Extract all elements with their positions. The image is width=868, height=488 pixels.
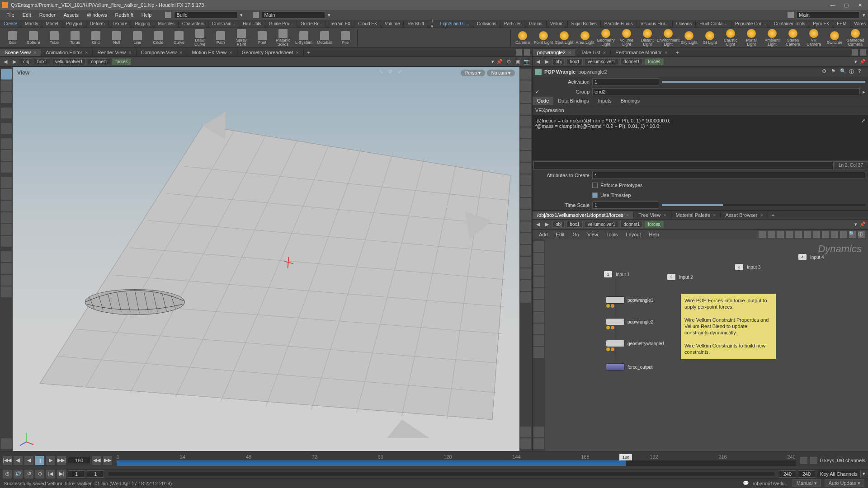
- crumb[interactable]: forces: [645, 221, 663, 228]
- step-back-button[interactable]: ◀◀: [92, 456, 101, 465]
- shelf-tab[interactable]: Guide Br...: [297, 21, 326, 27]
- panetab-compview[interactable]: Composite View×: [137, 49, 188, 56]
- tool-file[interactable]: File: [335, 29, 355, 47]
- snap-xform-icon[interactable]: ⤡: [379, 69, 383, 75]
- activation-input[interactable]: [592, 78, 659, 85]
- disp-icon[interactable]: [520, 104, 531, 115]
- teacup-icon[interactable]: [1, 438, 12, 449]
- maximize-button[interactable]: ▢: [840, 1, 853, 9]
- node-geometrywrangle1[interactable]: geometrywrangle1: [606, 340, 665, 347]
- tool-platonic[interactable]: Platonic Solids: [273, 29, 293, 47]
- panetab-treeview[interactable]: Tree View×: [634, 211, 671, 219]
- net-tool-icon[interactable]: [813, 231, 820, 238]
- tool-stereocam[interactable]: Stereo Camera: [783, 29, 803, 47]
- net-lt-icon[interactable]: [533, 265, 544, 276]
- arrow-tool-icon[interactable]: [1, 108, 12, 118]
- render-icon[interactable]: ▣: [514, 58, 521, 66]
- gear-icon[interactable]: ⚙: [822, 68, 829, 75]
- shelf-tab[interactable]: Volume: [381, 21, 404, 27]
- crumb-dopnet[interactable]: dopnet1: [88, 58, 110, 65]
- crumb[interactable]: forces: [645, 58, 663, 65]
- param-tab-databind[interactable]: Data Bindings: [553, 97, 594, 105]
- help-icon[interactable]: ?: [858, 68, 865, 75]
- close-button[interactable]: ✕: [854, 1, 866, 9]
- net-lt-icon[interactable]: [533, 253, 544, 264]
- pin-icon[interactable]: 📌: [496, 58, 503, 66]
- activation-slider[interactable]: [662, 81, 865, 83]
- shelf-tab[interactable]: Pyro FX: [809, 21, 833, 27]
- tool-skylight[interactable]: Sky Light: [679, 29, 699, 47]
- expand-icon[interactable]: ⤢: [861, 118, 865, 124]
- viewport-3d[interactable]: View ⤡ ⟳ ⤢ Persp ▾ No cam ▾: [13, 67, 519, 451]
- end-frame[interactable]: [779, 470, 796, 478]
- chevron-down-icon[interactable]: ▾: [863, 12, 865, 18]
- crumb[interactable]: dopnet1: [620, 58, 643, 65]
- net-menu-view[interactable]: View: [584, 231, 602, 238]
- timestep-checkbox[interactable]: [592, 192, 598, 198]
- shelf-tab[interactable]: Particle Fluids: [601, 21, 637, 27]
- snapshot-icon[interactable]: 📷: [523, 58, 530, 66]
- shelf-tab[interactable]: Constrain...: [208, 21, 239, 27]
- net-tool-icon[interactable]: [831, 231, 838, 238]
- mag2-icon[interactable]: [1, 263, 12, 274]
- input-port-1[interactable]: 1Input 1: [604, 271, 630, 277]
- shelf-tab[interactable]: Vellum: [547, 21, 568, 27]
- panetab-perfmon[interactable]: Performance Monitor×: [611, 49, 672, 56]
- panetab-animeditor[interactable]: Animation Editor×: [41, 49, 93, 56]
- nav-back-icon[interactable]: ◀: [2, 58, 9, 66]
- crumb-box1[interactable]: box1: [34, 58, 50, 65]
- shelf-tab[interactable]: Terrain FX: [326, 21, 354, 27]
- chevron-down-icon[interactable]: ▾: [863, 471, 865, 477]
- tool-camera[interactable]: Camera: [513, 29, 533, 47]
- disp-icon[interactable]: [520, 116, 531, 127]
- param-tab-bindings[interactable]: Bindings: [616, 97, 644, 105]
- desktop-main[interactable]: [262, 11, 325, 19]
- tool-spotlight[interactable]: Spot Light: [554, 29, 574, 47]
- tool-lsystem[interactable]: L-System: [294, 29, 314, 47]
- nav-fwd-icon[interactable]: ▶: [543, 58, 551, 66]
- net-lt-icon[interactable]: [533, 241, 544, 252]
- key-button[interactable]: [810, 457, 817, 464]
- disp-opt-icon[interactable]: [520, 438, 531, 449]
- shelf-tab[interactable]: Cloud FX: [354, 21, 381, 27]
- crumb[interactable]: vellumsolver1: [585, 58, 618, 65]
- panetab-add[interactable]: +: [768, 212, 778, 218]
- tool-pointlight[interactable]: Point Light: [533, 29, 553, 47]
- flag-icon[interactable]: ⚑: [831, 68, 838, 75]
- timescale-input[interactable]: [592, 202, 659, 209]
- nav-back-icon[interactable]: ◀: [534, 221, 542, 228]
- disp-icon[interactable]: [520, 186, 531, 197]
- disp-icon[interactable]: [520, 163, 531, 174]
- tool-causticlight[interactable]: Caustic Light: [721, 29, 741, 47]
- panetab-params[interactable]: popwrangle2×: [533, 49, 576, 56]
- first-frame-button[interactable]: |◀◀: [3, 456, 12, 465]
- disp-icon[interactable]: [520, 292, 531, 303]
- pane-opt-icon[interactable]: [516, 49, 522, 56]
- nav-back-icon[interactable]: ◀: [534, 58, 542, 66]
- tool-ambientlight[interactable]: Ambient Light: [762, 29, 782, 47]
- crumb[interactable]: vellumsolver1: [585, 221, 618, 228]
- shelf-tab[interactable]: Fluid Contai...: [696, 21, 731, 27]
- tool-distlight[interactable]: Distant Light: [637, 29, 657, 47]
- net-tool-icon[interactable]: [768, 231, 775, 238]
- menu-edit[interactable]: Edit: [19, 11, 35, 19]
- mag4-icon[interactable]: [1, 286, 12, 297]
- net-tool-icon[interactable]: [786, 231, 793, 238]
- input-port-4[interactable]: 4Input 4: [798, 254, 824, 260]
- shelf-tab[interactable]: Modify: [21, 21, 42, 27]
- disp-icon[interactable]: [520, 221, 531, 232]
- prev-frame-button[interactable]: ◀|: [14, 456, 23, 465]
- range-prev-button[interactable]: |◀: [46, 469, 55, 479]
- tool-drawcurve[interactable]: Draw Curve: [190, 29, 210, 47]
- range-slider[interactable]: [108, 472, 774, 476]
- menu-redshift[interactable]: Redshift: [111, 11, 137, 19]
- dop-tool-icon[interactable]: [1, 92, 12, 103]
- net-tool-icon[interactable]: [840, 231, 847, 238]
- disp-icon[interactable]: [520, 151, 531, 162]
- shelf-tab[interactable]: Deform: [86, 21, 109, 27]
- crumb-obj[interactable]: obj: [20, 58, 32, 65]
- shelf-tab[interactable]: FEM: [833, 21, 850, 27]
- tool-envlight[interactable]: Environment Light: [658, 29, 678, 47]
- shelf-tab[interactable]: Polygon: [62, 21, 86, 27]
- shelf-tab[interactable]: Texture: [109, 21, 132, 27]
